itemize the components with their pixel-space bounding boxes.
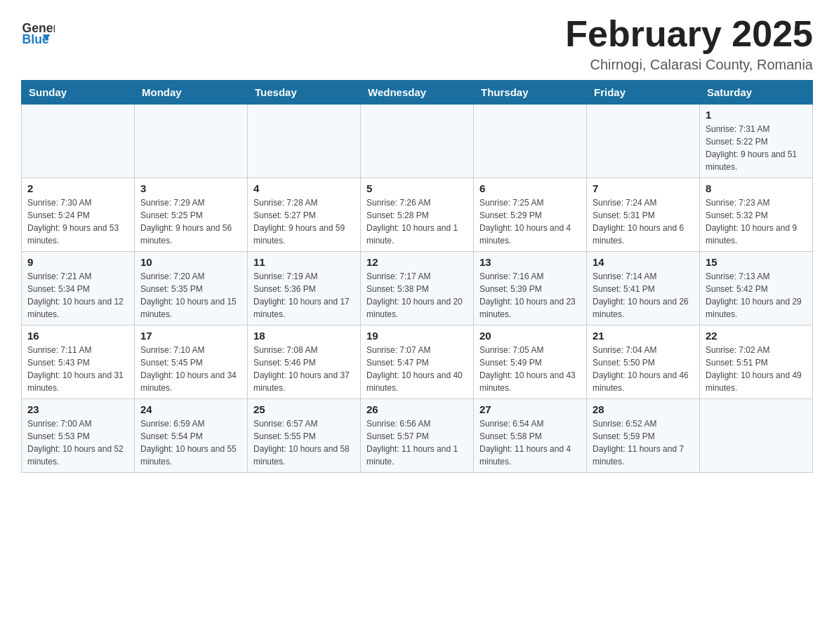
col-friday: Friday (587, 81, 700, 105)
day-info: Sunrise: 7:10 AMSunset: 5:45 PMDaylight:… (140, 344, 241, 394)
calendar-cell (361, 105, 474, 178)
day-info: Sunrise: 7:14 AMSunset: 5:41 PMDaylight:… (593, 270, 694, 321)
svg-text:Blue: Blue (22, 32, 49, 46)
day-info: Sunrise: 7:21 AMSunset: 5:34 PMDaylight:… (27, 270, 128, 321)
week-row-1: 1Sunrise: 7:31 AMSunset: 5:22 PMDaylight… (22, 105, 813, 178)
calendar-cell: 28Sunrise: 6:52 AMSunset: 5:59 PMDayligh… (587, 399, 700, 473)
day-number: 12 (366, 256, 468, 268)
day-info: Sunrise: 7:11 AMSunset: 5:43 PMDaylight:… (27, 344, 128, 394)
day-info: Sunrise: 7:24 AMSunset: 5:31 PMDaylight:… (593, 196, 694, 247)
calendar-cell: 19Sunrise: 7:07 AMSunset: 5:47 PMDayligh… (361, 326, 474, 399)
col-thursday: Thursday (474, 81, 587, 105)
day-number: 2 (27, 182, 128, 194)
col-saturday: Saturday (700, 81, 813, 105)
col-sunday: Sunday (22, 81, 135, 105)
day-number: 5 (366, 182, 468, 194)
calendar-cell: 15Sunrise: 7:13 AMSunset: 5:42 PMDayligh… (700, 252, 813, 326)
calendar-cell: 7Sunrise: 7:24 AMSunset: 5:31 PMDaylight… (587, 178, 700, 252)
day-number: 18 (253, 330, 355, 342)
week-row-2: 2Sunrise: 7:30 AMSunset: 5:24 PMDaylight… (22, 178, 813, 252)
calendar-cell: 6Sunrise: 7:25 AMSunset: 5:29 PMDaylight… (474, 178, 587, 252)
calendar-cell: 24Sunrise: 6:59 AMSunset: 5:54 PMDayligh… (135, 399, 248, 473)
day-number: 9 (27, 256, 128, 268)
day-number: 1 (706, 109, 807, 121)
day-info: Sunrise: 7:13 AMSunset: 5:42 PMDaylight:… (706, 270, 807, 321)
day-number: 6 (479, 182, 581, 194)
calendar-cell (474, 105, 587, 178)
day-info: Sunrise: 6:52 AMSunset: 5:59 PMDaylight:… (593, 417, 694, 468)
location: Chirnogi, Calarasi County, Romania (565, 57, 813, 73)
week-row-5: 23Sunrise: 7:00 AMSunset: 5:53 PMDayligh… (22, 399, 813, 473)
calendar-cell: 21Sunrise: 7:04 AMSunset: 5:50 PMDayligh… (587, 326, 700, 399)
calendar-cell: 17Sunrise: 7:10 AMSunset: 5:45 PMDayligh… (135, 326, 248, 399)
day-info: Sunrise: 7:29 AMSunset: 5:25 PMDaylight:… (140, 196, 241, 247)
day-info: Sunrise: 7:05 AMSunset: 5:49 PMDaylight:… (479, 344, 581, 394)
day-info: Sunrise: 7:00 AMSunset: 5:53 PMDaylight:… (27, 417, 128, 468)
day-number: 11 (253, 256, 355, 268)
calendar-cell: 14Sunrise: 7:14 AMSunset: 5:41 PMDayligh… (587, 252, 700, 326)
calendar-cell: 27Sunrise: 6:54 AMSunset: 5:58 PMDayligh… (474, 399, 587, 473)
day-info: Sunrise: 7:17 AMSunset: 5:38 PMDaylight:… (366, 270, 468, 321)
calendar-cell: 9Sunrise: 7:21 AMSunset: 5:34 PMDaylight… (22, 252, 135, 326)
page-header: General Blue February 2025 Chirnogi, Cal… (21, 14, 813, 73)
calendar-cell: 16Sunrise: 7:11 AMSunset: 5:43 PMDayligh… (22, 326, 135, 399)
calendar-cell (22, 105, 135, 178)
calendar-cell (135, 105, 248, 178)
calendar-header-row: Sunday Monday Tuesday Wednesday Thursday… (22, 81, 813, 105)
calendar-cell: 25Sunrise: 6:57 AMSunset: 5:55 PMDayligh… (248, 399, 361, 473)
calendar-cell: 18Sunrise: 7:08 AMSunset: 5:46 PMDayligh… (248, 326, 361, 399)
logo-icon: General Blue (21, 14, 55, 48)
calendar-cell: 1Sunrise: 7:31 AMSunset: 5:22 PMDaylight… (700, 105, 813, 178)
day-number: 4 (253, 182, 355, 194)
day-info: Sunrise: 7:19 AMSunset: 5:36 PMDaylight:… (253, 270, 355, 321)
logo: General Blue (21, 14, 58, 48)
calendar-cell: 8Sunrise: 7:23 AMSunset: 5:32 PMDaylight… (700, 178, 813, 252)
calendar-cell (587, 105, 700, 178)
day-info: Sunrise: 7:20 AMSunset: 5:35 PMDaylight:… (140, 270, 241, 321)
col-wednesday: Wednesday (361, 81, 474, 105)
day-info: Sunrise: 7:30 AMSunset: 5:24 PMDaylight:… (27, 196, 128, 247)
title-section: February 2025 Chirnogi, Calarasi County,… (565, 14, 813, 73)
day-number: 21 (593, 330, 694, 342)
day-info: Sunrise: 6:56 AMSunset: 5:57 PMDaylight:… (366, 417, 468, 468)
day-number: 13 (479, 256, 581, 268)
day-number: 3 (140, 182, 241, 194)
week-row-4: 16Sunrise: 7:11 AMSunset: 5:43 PMDayligh… (22, 326, 813, 399)
day-number: 15 (706, 256, 807, 268)
calendar-cell: 20Sunrise: 7:05 AMSunset: 5:49 PMDayligh… (474, 326, 587, 399)
day-number: 8 (706, 182, 807, 194)
day-number: 10 (140, 256, 241, 268)
day-info: Sunrise: 7:08 AMSunset: 5:46 PMDaylight:… (253, 344, 355, 394)
day-number: 17 (140, 330, 241, 342)
calendar-cell (700, 399, 813, 473)
day-info: Sunrise: 6:54 AMSunset: 5:58 PMDaylight:… (479, 417, 581, 468)
calendar-cell: 5Sunrise: 7:26 AMSunset: 5:28 PMDaylight… (361, 178, 474, 252)
calendar-table: Sunday Monday Tuesday Wednesday Thursday… (21, 80, 813, 473)
day-info: Sunrise: 7:16 AMSunset: 5:39 PMDaylight:… (479, 270, 581, 321)
day-number: 19 (366, 330, 468, 342)
day-info: Sunrise: 7:02 AMSunset: 5:51 PMDaylight:… (706, 344, 807, 394)
day-info: Sunrise: 7:07 AMSunset: 5:47 PMDaylight:… (366, 344, 468, 394)
day-info: Sunrise: 7:23 AMSunset: 5:32 PMDaylight:… (706, 196, 807, 247)
day-info: Sunrise: 7:04 AMSunset: 5:50 PMDaylight:… (593, 344, 694, 394)
day-number: 27 (479, 403, 581, 415)
month-title: February 2025 (565, 14, 813, 54)
col-tuesday: Tuesday (248, 81, 361, 105)
col-monday: Monday (135, 81, 248, 105)
day-info: Sunrise: 7:28 AMSunset: 5:27 PMDaylight:… (253, 196, 355, 247)
day-number: 25 (253, 403, 355, 415)
day-info: Sunrise: 7:25 AMSunset: 5:29 PMDaylight:… (479, 196, 581, 247)
day-number: 24 (140, 403, 241, 415)
day-number: 14 (593, 256, 694, 268)
day-number: 26 (366, 403, 468, 415)
day-number: 7 (593, 182, 694, 194)
day-number: 20 (479, 330, 581, 342)
day-info: Sunrise: 7:31 AMSunset: 5:22 PMDaylight:… (706, 123, 807, 173)
calendar-cell: 10Sunrise: 7:20 AMSunset: 5:35 PMDayligh… (135, 252, 248, 326)
calendar-cell: 26Sunrise: 6:56 AMSunset: 5:57 PMDayligh… (361, 399, 474, 473)
week-row-3: 9Sunrise: 7:21 AMSunset: 5:34 PMDaylight… (22, 252, 813, 326)
day-number: 16 (27, 330, 128, 342)
calendar-cell: 11Sunrise: 7:19 AMSunset: 5:36 PMDayligh… (248, 252, 361, 326)
calendar-cell: 4Sunrise: 7:28 AMSunset: 5:27 PMDaylight… (248, 178, 361, 252)
calendar-cell: 22Sunrise: 7:02 AMSunset: 5:51 PMDayligh… (700, 326, 813, 399)
